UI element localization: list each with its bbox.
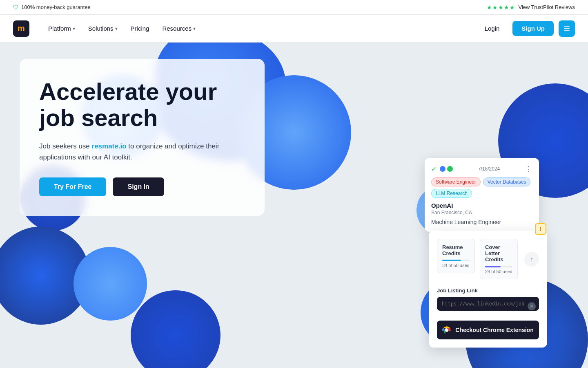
resmate-link[interactable]: resmate.io [92,142,127,150]
blob-decoration-7 [131,290,220,368]
resume-credits-fill [442,260,461,261]
nav-resources[interactable]: Resources ▾ [156,22,201,35]
url-input[interactable] [437,297,539,311]
solutions-chevron: ▾ [115,26,118,31]
chrome-extension-button[interactable]: Checkout Chrome Extension [437,321,539,339]
tag-software-engineer: Software Engineer [431,177,481,186]
platform-chevron: ▾ [73,26,75,31]
hero-title: Accelerate your job search [39,79,245,131]
credits-row: Resume Credits 34 of 50 used Cover Lette… [437,239,539,279]
login-button[interactable]: Login [477,22,508,35]
upload-icon[interactable]: ↑ [524,252,539,267]
cover-credits-title: Cover Letter Credits [485,244,512,263]
logo-icon: m [13,20,29,37]
hamburger-icon: ☰ [564,24,570,33]
nav-pricing[interactable]: Pricing [125,22,155,35]
resume-credits-card: Resume Credits 34 of 50 used [437,239,475,273]
nav-solutions[interactable]: Solutions ▾ [82,22,123,35]
guarantee-text: 100% money-back guarantee [21,4,91,10]
job-card-header-left: ✓ [431,165,453,173]
resources-label: Resources [162,25,192,32]
cover-credits-bar [485,266,512,267]
resume-credits-bar [442,260,470,261]
job-tags: Software Engineer Vector Databases LLM R… [431,177,532,198]
cover-credits-card: Cover Letter Credits 28 of 50 used [480,239,518,279]
google-icon [442,325,451,334]
trustpilot-link[interactable]: View TrustPilot Reviews [519,4,575,10]
guarantee-section: 🛡 100% money-back guarantee [13,4,91,11]
top-bar: 🛡 100% money-back guarantee ★★★★★ View T… [0,0,588,15]
resume-credits-used: 34 of 50 used [442,263,470,268]
job-card-header: ✓ 7/18/2024 ⋮ [431,164,532,173]
cover-credits-used: 28 of 50 used [485,269,512,274]
shield-icon: 🛡 [13,4,19,11]
hero-subtitle: Job seekers use resmate.io to organize a… [39,141,245,163]
signup-button[interactable]: Sign Up [512,21,554,36]
nav-links: Platform ▾ Solutions ▾ Pricing Resources… [42,22,477,35]
subtitle-before: Job seekers use [39,142,92,150]
star-icons: ★★★★★ [487,4,515,11]
dot-blue [440,166,445,172]
url-input-wrapper: ✕ [437,297,539,316]
hero-card: Accelerate your job search Job seekers u… [20,59,265,216]
hero-buttons: Try For Free Sign In [39,177,245,196]
logo[interactable]: m [13,20,29,37]
pricing-label: Pricing [131,25,149,32]
hero-title-line1: Accelerate your [39,78,217,105]
extension-widget: Resume Credits 34 of 50 used Cover Lette… [429,231,547,348]
more-button[interactable]: ⋮ [525,164,532,173]
check-icon: ✓ [431,165,437,173]
exclaim-icon: ! [540,226,542,232]
nav-platform[interactable]: Platform ▾ [42,22,81,35]
trustpilot-section: ★★★★★ View TrustPilot Reviews [487,4,575,11]
chrome-btn-label: Checkout Chrome Extension [455,327,533,333]
try-free-button[interactable]: Try For Free [39,177,106,196]
hero-title-line2: job search [39,104,158,131]
status-dots [440,166,453,172]
url-clear-button[interactable]: ✕ [528,302,536,310]
nav-right: Login Sign Up ☰ [477,20,575,37]
job-role-title: Machine Learning Engineer [431,219,532,225]
exclaim-badge: ! [535,223,546,235]
hero-section: Accelerate your job search Job seekers u… [0,43,588,368]
job-listing-label: Job Listing Link [437,287,539,294]
dot-green [447,166,453,172]
hamburger-button[interactable]: ☰ [559,20,575,37]
blob-decoration-6 [74,247,147,321]
tag-llm-research: LLM Research [431,189,472,198]
cover-credits-fill [485,266,501,267]
job-date: 7/18/2024 [478,166,500,172]
resume-credits-title: Resume Credits [442,244,470,256]
logo-letter: m [18,24,25,33]
resources-chevron: ▾ [193,26,196,31]
sign-in-button[interactable]: Sign In [113,177,164,196]
company-location: San Francisco, CA [431,210,532,215]
solutions-label: Solutions [88,25,114,32]
job-card-widget: ✓ 7/18/2024 ⋮ Software Engineer Vector D… [425,158,539,232]
tag-vector-databases: Vector Databases [483,177,531,186]
platform-label: Platform [48,25,71,32]
company-name: OpenAI [431,202,532,209]
navbar: m Platform ▾ Solutions ▾ Pricing Resourc… [0,15,588,43]
